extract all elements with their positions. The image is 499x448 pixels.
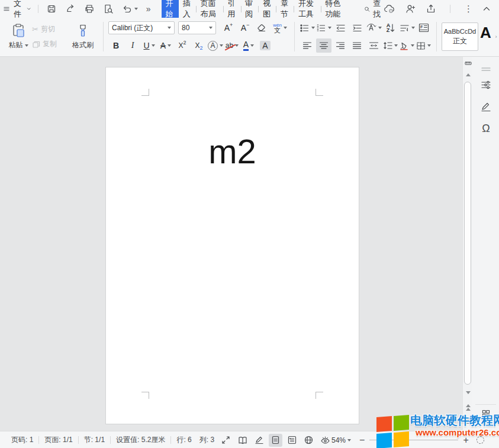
numbered-list-button[interactable] — [316, 21, 331, 35]
export-icon[interactable] — [65, 4, 76, 14]
font-color-button[interactable]: A — [241, 38, 256, 53]
decrease-indent-button[interactable] — [333, 21, 348, 35]
drop-cap-button[interactable]: F — [416, 21, 432, 35]
panel-handle-button[interactable] — [479, 63, 492, 76]
document-text[interactable]: m2 — [106, 131, 359, 171]
italic-button[interactable]: I — [125, 38, 140, 53]
highlight-button[interactable]: ab — [224, 38, 240, 53]
line-spacing-button[interactable] — [382, 38, 398, 53]
setting-value-status[interactable]: 设置值: 5.2厘米 — [111, 435, 170, 445]
outline-view-button[interactable] — [285, 434, 299, 447]
show-marks-button[interactable] — [400, 21, 415, 35]
document-page[interactable]: m2 — [105, 67, 359, 424]
invite-user-icon[interactable] — [405, 4, 416, 14]
find-button[interactable]: 查找 — [364, 0, 384, 20]
task-window-button[interactable] — [479, 407, 492, 420]
divider — [294, 22, 295, 51]
align-center-button[interactable] — [316, 38, 331, 53]
page-count-status[interactable]: 页面: 1/1 — [39, 435, 78, 445]
properties-pane-button[interactable] — [479, 78, 492, 91]
scroll-down-button[interactable] — [463, 391, 473, 394]
subscript-button[interactable]: X2 — [191, 38, 207, 53]
divider — [450, 5, 450, 13]
quick-access-toolbar: » — [46, 4, 151, 14]
char-shading-button[interactable]: A — [257, 38, 273, 53]
format-painter-button[interactable]: 格式刷 — [67, 20, 98, 54]
zoom-in-button[interactable]: + — [463, 435, 468, 446]
cut-button[interactable]: ✂ 剪切 — [32, 24, 67, 34]
qat-more-button[interactable]: » — [146, 4, 151, 14]
cloud-sync-icon[interactable] — [384, 4, 395, 14]
align-right-button[interactable] — [333, 38, 348, 53]
ink-pane-button[interactable] — [479, 101, 492, 114]
hamburger-icon — [3, 4, 10, 14]
pen-icon — [480, 101, 492, 113]
copy-button[interactable]: 复制 — [32, 39, 67, 49]
zoom-out-button[interactable]: − — [359, 435, 365, 446]
font-size-value: 80 — [182, 24, 189, 32]
more-options-button[interactable]: ⋮ — [464, 4, 473, 14]
grow-font-button[interactable]: A+ — [221, 21, 236, 35]
read-view-button[interactable] — [236, 434, 249, 447]
write-mode-button[interactable] — [252, 434, 266, 447]
superscript-button[interactable]: X2 — [175, 38, 190, 53]
symbol-pane-button[interactable]: Ω — [479, 122, 492, 135]
shading-icon — [399, 41, 409, 50]
save-icon[interactable] — [46, 4, 57, 14]
page-number-status[interactable]: 页码: 1 — [6, 435, 38, 445]
share-icon[interactable] — [426, 4, 436, 14]
paragraph-group: AZ F — [300, 20, 432, 54]
web-view-button[interactable] — [302, 434, 316, 447]
sort-button[interactable]: AZ — [383, 21, 398, 35]
column-status[interactable]: 列: 3 — [194, 435, 220, 445]
divider — [475, 404, 496, 405]
clear-format-button[interactable] — [254, 21, 269, 35]
vertical-scrollbar[interactable] — [462, 57, 472, 431]
strikethrough-button[interactable]: A — [158, 38, 173, 53]
style-gallery-scroll[interactable]: › — [493, 22, 499, 51]
ruler-toggle-button[interactable] — [463, 60, 473, 66]
divider — [38, 5, 38, 13]
collapse-ribbon-icon[interactable] — [482, 5, 491, 12]
paste-button[interactable]: 粘贴 — [5, 20, 32, 54]
increase-indent-button[interactable] — [349, 21, 365, 35]
paste-label: 粘贴 — [9, 40, 23, 50]
zoom-slider[interactable] — [369, 440, 458, 440]
style-next-card-partial[interactable]: A — [478, 22, 493, 51]
font-name-select[interactable]: Calibri (正文) — [108, 21, 175, 34]
shrink-font-button[interactable]: A− — [237, 21, 253, 35]
print-icon[interactable] — [84, 4, 95, 14]
underline-button[interactable]: U — [141, 38, 157, 53]
borders-button[interactable] — [416, 38, 431, 53]
distribute-button[interactable] — [366, 38, 381, 53]
align-left-button[interactable] — [300, 38, 315, 53]
font-size-select[interactable]: 80 — [178, 21, 216, 34]
print-preview-icon[interactable] — [103, 4, 114, 14]
main-menu-button[interactable]: 文件 — [0, 2, 34, 16]
scroll-up-button[interactable] — [463, 73, 473, 76]
undo-button[interactable] — [122, 4, 138, 14]
justify-button[interactable] — [349, 38, 365, 53]
fullscreen-view-button[interactable] — [219, 434, 233, 447]
text-direction-button[interactable] — [366, 21, 382, 35]
text-effects-button[interactable]: A — [208, 38, 223, 53]
wen-char: 文 — [274, 28, 281, 33]
line-status[interactable]: 行: 6 — [171, 435, 194, 445]
zoom-level-select[interactable]: 54% — [331, 436, 351, 444]
previous-page-button[interactable] — [463, 404, 473, 411]
pinyin-guide-button[interactable]: wén 文 — [271, 21, 289, 35]
statusbar-info: 页码: 1 页面: 1/1 节: 1/1 设置值: 5.2厘米 行: 6 列: … — [0, 435, 220, 445]
eye-protection-button[interactable] — [318, 434, 332, 447]
justify-icon — [352, 41, 362, 50]
shading-button[interactable] — [399, 38, 414, 53]
bold-button[interactable]: B — [108, 38, 124, 53]
style-normal-card[interactable]: AaBbCcDd 正文 — [442, 22, 478, 51]
select-browse-object-button[interactable] — [463, 420, 473, 424]
bullet-list-button[interactable] — [300, 21, 315, 35]
section-status[interactable]: 节: 1/1 — [79, 435, 110, 445]
page-view-button[interactable] — [269, 434, 282, 447]
statusbar: 页码: 1 页面: 1/1 节: 1/1 设置值: 5.2厘米 行: 6 列: … — [0, 431, 499, 448]
svg-text:F: F — [420, 25, 423, 29]
fit-page-button[interactable] — [477, 436, 484, 444]
scrollbar-thumb[interactable] — [464, 82, 471, 385]
